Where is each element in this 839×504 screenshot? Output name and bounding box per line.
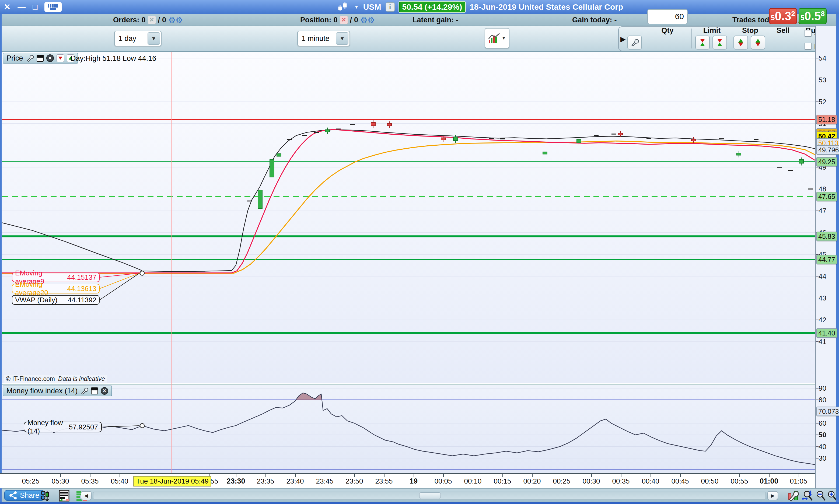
zoom-in-icon[interactable]: [827, 490, 837, 502]
axis-tick: [816, 341, 819, 342]
candle-body: [453, 137, 458, 141]
x-axis-label: 01:05: [790, 477, 807, 485]
horizontal-scrollbar[interactable]: ◀ ▶: [81, 491, 781, 500]
x-axis-label: 00:20: [523, 477, 541, 485]
price-line: [2, 130, 815, 272]
axis-tick-label: 47: [819, 207, 826, 215]
x-axis-label: 00:25: [553, 477, 570, 485]
axis-tick: [680, 474, 681, 477]
vwap-label-box[interactable]: VWAP (Daily) 44.11392: [12, 295, 100, 305]
axis-tick: [532, 474, 533, 477]
x-axis-label: 00:30: [583, 477, 600, 485]
axis-value-badge: 49.25: [816, 157, 837, 166]
news-icon[interactable]: [58, 490, 70, 502]
close-icon[interactable]: ✕: [46, 54, 54, 62]
axis-tick: [31, 474, 31, 477]
candle-body: [543, 152, 547, 154]
linked-chart-icon[interactable]: [40, 490, 52, 502]
axis-tick: [816, 434, 819, 435]
axis-tick: [816, 189, 819, 189]
axis-tick-label: 54: [819, 54, 826, 62]
axis-tick: [562, 474, 562, 477]
axis-tick: [502, 474, 503, 477]
price-axis[interactable]: 5453525149484746454443424190806050403051…: [815, 26, 836, 488]
candle-body: [441, 138, 445, 140]
scroll-right-icon[interactable]: ▶: [767, 491, 778, 500]
axis-tick: [816, 423, 819, 424]
candle-body: [387, 124, 392, 126]
scrollbar-track[interactable]: [93, 492, 766, 500]
axis-value-badge: 44.77: [816, 255, 837, 264]
axis-tick-label: 41: [819, 338, 826, 346]
detach-window-icon[interactable]: [91, 388, 98, 394]
ema20-value: 44.13613: [67, 285, 96, 293]
mfi-panel-tab[interactable]: Money flow index (14) ✕: [3, 385, 112, 396]
axis-value-badge: 70.073: [816, 407, 839, 416]
x-axis-label: 23:45: [316, 477, 333, 485]
axis-tick-label: 60: [819, 419, 826, 427]
wrench-icon[interactable]: [80, 387, 88, 395]
mfi-value: 57.92507: [69, 423, 98, 431]
ema20-line: [2, 141, 815, 273]
axis-tick-label: 53: [819, 76, 826, 84]
candle-body: [737, 153, 741, 155]
x-axis-label: 00:50: [701, 477, 718, 485]
zoom-fit-icon[interactable]: [802, 490, 814, 502]
candle-body: [799, 160, 803, 163]
scroll-left-icon[interactable]: ◀: [81, 491, 92, 500]
axis-tick-label: 52: [819, 98, 826, 106]
axis-tick: [650, 474, 651, 477]
axis-tick: [473, 474, 474, 477]
candle-body: [618, 133, 623, 135]
x-axis-label: 19: [410, 477, 417, 485]
axis-tick-label: 44: [819, 272, 826, 281]
mfi-value-box[interactable]: Money flow (14) 57.92507: [24, 421, 102, 432]
ema9-value: 44.15137: [67, 273, 96, 282]
price-panel-tab[interactable]: Price ✕: [3, 53, 78, 64]
scrollbar-thumb[interactable]: [419, 492, 441, 499]
axis-tick: [443, 474, 444, 477]
sell-arrow-icon[interactable]: [56, 54, 64, 62]
axis-tick: [816, 458, 819, 458]
x-axis-label: 23:35: [256, 477, 274, 485]
share-button[interactable]: Share: [4, 490, 44, 501]
axis-tick: [816, 102, 819, 102]
share-label: Share: [20, 491, 39, 500]
crosshair-marker: [140, 424, 144, 428]
axis-tick: [816, 399, 819, 400]
chart-settings-icon[interactable]: [787, 490, 799, 502]
axis-tick-label: 42: [819, 316, 826, 324]
chart-canvas[interactable]: [0, 0, 815, 504]
window-edge: [0, 14, 2, 504]
axis-tick: [236, 474, 236, 477]
axis-tick-label: 40: [819, 442, 826, 451]
copyright-note: © IT-Finance.com Data is indicative: [4, 375, 107, 383]
axis-tick: [816, 167, 819, 167]
copyright-text: © IT-Finance.com: [6, 375, 55, 382]
x-axis-label: 23:30: [227, 477, 245, 485]
axis-tick: [739, 474, 740, 477]
axis-tick: [769, 474, 769, 477]
axis-tick: [295, 474, 296, 477]
candle-body: [277, 154, 281, 157]
time-axis[interactable]: 05:2505:3005:3505:4005:5523:3023:3523:40…: [0, 473, 815, 488]
axis-tick: [384, 474, 385, 477]
candle-body: [692, 139, 696, 141]
x-axis-label: 00:15: [494, 477, 511, 485]
wrench-icon[interactable]: [26, 54, 34, 62]
vwap-name: VWAP (Daily): [15, 296, 57, 304]
candle-body: [325, 130, 329, 132]
axis-tick: [325, 474, 325, 477]
zoom-out-icon[interactable]: [816, 490, 825, 502]
axis-tick: [816, 446, 819, 447]
detach-window-icon[interactable]: [37, 55, 43, 62]
x-axis-label: 05:40: [111, 477, 128, 485]
candle-body: [258, 190, 262, 209]
axis-value-badge: 45.83: [816, 232, 837, 241]
crosshair-date-badge: Tue 18-Jun-2019 05:49: [133, 476, 211, 486]
share-icon: [9, 491, 17, 500]
ema20-label-box[interactable]: EMoving average20 44.13613: [12, 284, 100, 293]
axis-tick: [354, 474, 355, 477]
axis-tick: [710, 474, 710, 477]
close-icon[interactable]: ✕: [101, 387, 108, 395]
